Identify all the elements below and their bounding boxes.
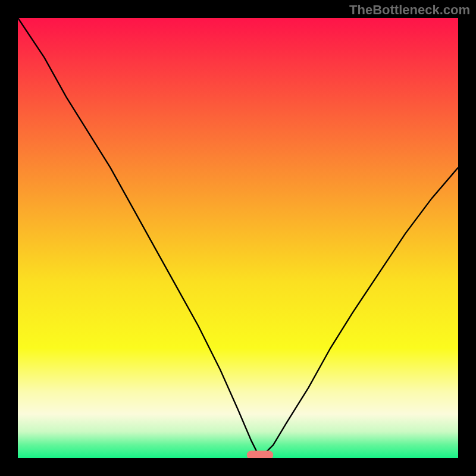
plot-area	[18, 18, 458, 458]
bottleneck-chart	[18, 18, 458, 458]
attribution-label: TheBottleneck.com	[349, 2, 470, 18]
chart-frame: TheBottleneck.com	[0, 0, 476, 476]
optimum-marker	[247, 450, 273, 458]
gradient-background	[18, 18, 458, 458]
